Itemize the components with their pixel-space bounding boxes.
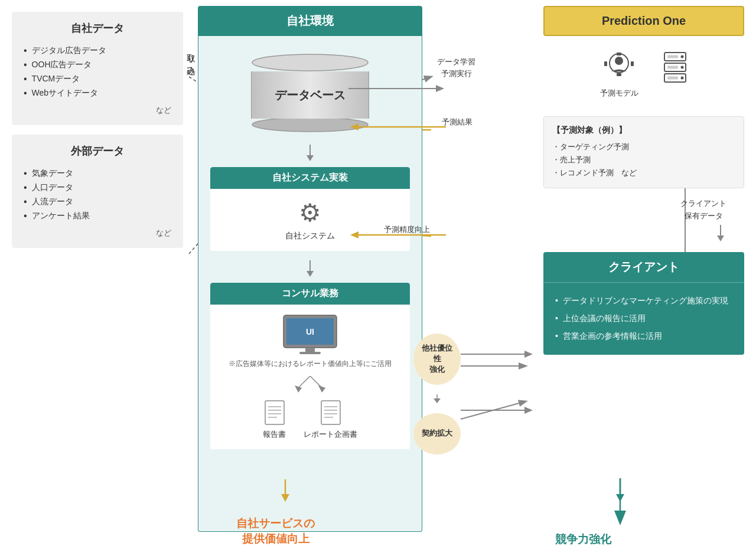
hokoku-icon — [264, 400, 285, 426]
database-cylinder: データベース — [251, 54, 369, 133]
svg-rect-26 — [305, 348, 315, 352]
main-container: 自社データ デジタル広告データ OOH広告データ TVCMデータ Webサイトデ… — [0, 0, 756, 559]
client-data-arrow — [715, 225, 726, 243]
svg-rect-61 — [667, 66, 678, 69]
svg-text:UI: UI — [306, 327, 314, 336]
yosoku-result-label: 予測結果 — [442, 117, 472, 128]
svg-rect-52 — [604, 61, 607, 66]
consul-docs: 報告書 レポート企画書 — [220, 400, 400, 440]
database-container: データベース — [210, 54, 410, 133]
yosoku-model-label: 予測モデル — [600, 88, 638, 99]
yosoku-model-icon — [603, 51, 635, 83]
bottom-right-text: 競争力強化 — [555, 532, 611, 547]
prediction-one-title: Prediction One — [602, 14, 686, 27]
gabu-data-list: 気象データ 人口データ 人流データ アンケート結果 — [24, 166, 171, 223]
jisha-data-list: デジタル広告データ OOH広告データ TVCMデータ Webサイトデータ — [24, 44, 171, 100]
torikomii-label: 取り込み — [186, 47, 197, 72]
svg-point-49 — [615, 57, 623, 65]
list-item: 売上予測 — [552, 153, 735, 166]
prediction-one-header: Prediction One — [543, 6, 744, 36]
list-item: Webサイトデータ — [24, 86, 171, 100]
gear-icon: ⚙ — [220, 198, 400, 227]
svg-rect-32 — [265, 401, 284, 424]
arrow-keiyaku-to-client — [461, 404, 537, 416]
server-model-item — [662, 51, 688, 99]
arrow-system-to-consul — [210, 260, 410, 278]
client-list: データドリブンなマーケティング施策の実現 上位会議の報告に活用 営業企画の参考情… — [555, 292, 732, 345]
monitor-icon: UI — [281, 314, 340, 355]
svg-marker-31 — [318, 385, 325, 393]
svg-rect-50 — [617, 53, 621, 55]
svg-rect-62 — [667, 77, 678, 80]
prediction-targets: 【予測対象（例）】 ターゲティング予測 売上予測 レコメンド予測 など — [543, 116, 744, 188]
system-box-header: 自社システム実装 — [210, 167, 410, 189]
consul-note: ※広告媒体等におけるレポート価値向上等にご活用 — [220, 359, 400, 369]
gabu-data-title: 外部データ — [24, 144, 171, 158]
client-data-section: クライアント保有データ — [543, 198, 726, 243]
svg-rect-27 — [299, 352, 321, 354]
list-item: 人流データ — [24, 195, 171, 209]
arrow-tasha-to-client — [461, 348, 537, 360]
svg-point-58 — [680, 66, 683, 69]
svg-rect-60 — [667, 55, 678, 58]
svg-point-57 — [680, 55, 683, 58]
doc-report: レポート企画書 — [304, 400, 357, 440]
svg-marker-70 — [524, 407, 533, 414]
client-data-label: クライアント保有データ — [680, 198, 726, 223]
client-content: データドリブンなマーケティング施策の実現 上位会議の報告に活用 営業企画の参考情… — [543, 283, 744, 355]
data-learning-label: データ学習 予測実行 — [437, 56, 475, 79]
svg-line-28 — [298, 376, 310, 388]
list-item: ターゲティング予測 — [552, 140, 735, 153]
list-item: デジタル広告データ — [24, 44, 171, 58]
svg-point-18 — [252, 119, 368, 132]
ovals-section: 他社優位性強化 契約拡大 — [413, 334, 461, 455]
client-header: クライアント — [543, 252, 744, 283]
prediction-models: 予測モデル — [543, 45, 744, 104]
list-item: TVCMデータ — [24, 72, 171, 86]
tasha-oval: 他社優位性強化 — [413, 334, 461, 385]
center-inner: データベース 自社システム実装 — [198, 36, 422, 532]
oval-tasha-arrow — [431, 394, 443, 404]
arrow-client-bottom — [613, 479, 627, 503]
gabu-nado: など — [24, 228, 171, 238]
yosoku-model-item: 予測モデル — [600, 51, 638, 99]
gabu-data-box: 外部データ 気象データ 人口データ 人流データ アンケート結果 など — [12, 135, 183, 248]
list-item: アンケート結果 — [24, 209, 171, 223]
prediction-targets-list: ターゲティング予測 売上予測 レコメンド予測 など — [552, 140, 735, 179]
yosoku-seido-label: 予測精度向上 — [384, 224, 430, 235]
client-box: クライアント データドリブンなマーケティング施策の実現 上位会議の報告に活用 営… — [543, 252, 744, 355]
report-label: レポート企画書 — [304, 429, 357, 440]
svg-rect-51 — [617, 73, 621, 76]
svg-marker-29 — [295, 385, 302, 393]
hokoku-label: 報告書 — [263, 429, 286, 440]
jisha-kankyo-header: 自社環境 — [198, 6, 422, 36]
jisha-nado: など — [24, 105, 171, 116]
consul-box: コンサル業務 UI ※広告媒体等におけるレポート価値向上等にご活用 — [210, 283, 410, 449]
bottom-left-text: 自社サービスの提供価値向上 — [236, 516, 315, 547]
database-label: データベース — [275, 87, 346, 103]
consul-arrows-row — [220, 376, 400, 394]
svg-marker-68 — [524, 351, 533, 358]
system-box-content: ⚙ 自社システム — [210, 189, 410, 251]
system-label: 自社システム — [220, 231, 400, 241]
list-item: 人口データ — [24, 181, 171, 195]
doc-hokoku: 報告書 — [263, 400, 286, 440]
svg-marker-64 — [717, 236, 724, 241]
svg-marker-20 — [307, 155, 314, 161]
consul-box-content: UI ※広告媒体等におけるレポート価値向上等にご活用 — [210, 305, 410, 449]
list-item: OOH広告データ — [24, 58, 171, 72]
bottom-service-text: 自社サービスの提供価値向上 — [236, 516, 315, 547]
list-item: 営業企画の参考情報に活用 — [555, 328, 732, 345]
svg-point-59 — [680, 77, 683, 80]
svg-marker-43 — [436, 85, 444, 92]
right-column: Prediction One 予測モデル — [543, 6, 744, 355]
system-box: 自社システム実装 ⚙ 自社システム — [210, 167, 410, 251]
list-item: データドリブンなマーケティング施策の実現 — [555, 292, 732, 310]
left-column: 自社データ デジタル広告データ OOH広告データ TVCMデータ Webサイトデ… — [12, 12, 183, 257]
center-column: 自社環境 データベース — [198, 6, 422, 532]
svg-rect-53 — [631, 61, 634, 66]
svg-marker-66 — [434, 398, 441, 403]
list-item: 上位会議の報告に活用 — [555, 310, 732, 328]
list-item: 気象データ — [24, 166, 171, 181]
prediction-targets-title: 【予測対象（例）】 — [552, 125, 735, 136]
